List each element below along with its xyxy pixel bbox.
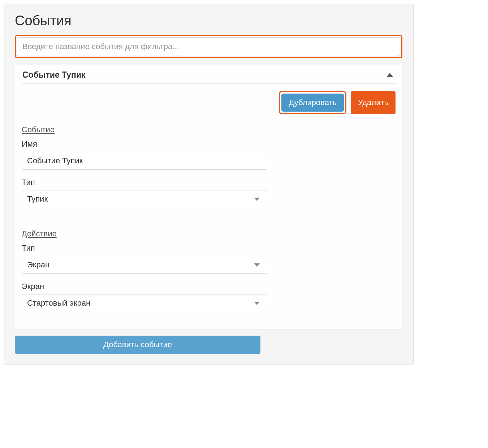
event-filter-input[interactable] <box>17 37 400 56</box>
event-type-field-group: Тип Тупик <box>22 178 396 208</box>
action-type-select[interactable]: Экран <box>22 256 267 274</box>
name-field-group: Имя <box>22 139 396 170</box>
chevron-up-icon <box>386 73 393 77</box>
event-header-title: Событие Тупик <box>22 70 86 80</box>
event-type-value: Тупик <box>27 194 48 204</box>
delete-button[interactable]: Удалить <box>351 91 396 114</box>
section-action-label: Действие <box>22 229 396 238</box>
add-event-button[interactable]: Добавить событие <box>15 336 260 354</box>
event-type-select[interactable]: Тупик <box>22 190 267 208</box>
duplicate-highlight-wrapper: Дублировать <box>279 91 346 114</box>
event-type-label: Тип <box>22 178 396 187</box>
duplicate-button[interactable]: Дублировать <box>281 94 344 112</box>
name-label: Имя <box>22 139 396 149</box>
caret-down-icon <box>254 302 260 305</box>
events-panel: События Событие Тупик Дублировать Удалит… <box>4 4 414 365</box>
section-event-label: Событие <box>22 125 396 134</box>
filter-highlight-wrapper <box>15 35 402 58</box>
screen-select[interactable]: Стартовый экран <box>22 294 267 312</box>
caret-down-icon <box>254 198 260 201</box>
event-body: Дублировать Удалить Событие Имя Тип Тупи… <box>15 84 402 329</box>
event-name-input[interactable] <box>22 152 267 170</box>
event-card: Событие Тупик Дублировать Удалить Событи… <box>15 65 402 330</box>
action-type-field-group: Тип Экран <box>22 244 396 274</box>
caret-down-icon <box>254 263 260 267</box>
screen-value: Стартовый экран <box>27 298 90 308</box>
action-type-value: Экран <box>27 260 49 270</box>
event-actions-row: Дублировать Удалить <box>22 91 396 114</box>
screen-field-group: Экран Стартовый экран <box>22 282 396 312</box>
event-header[interactable]: Событие Тупик <box>15 65 402 83</box>
action-type-label: Тип <box>22 244 396 253</box>
screen-label: Экран <box>22 282 396 291</box>
panel-title: События <box>15 13 402 29</box>
